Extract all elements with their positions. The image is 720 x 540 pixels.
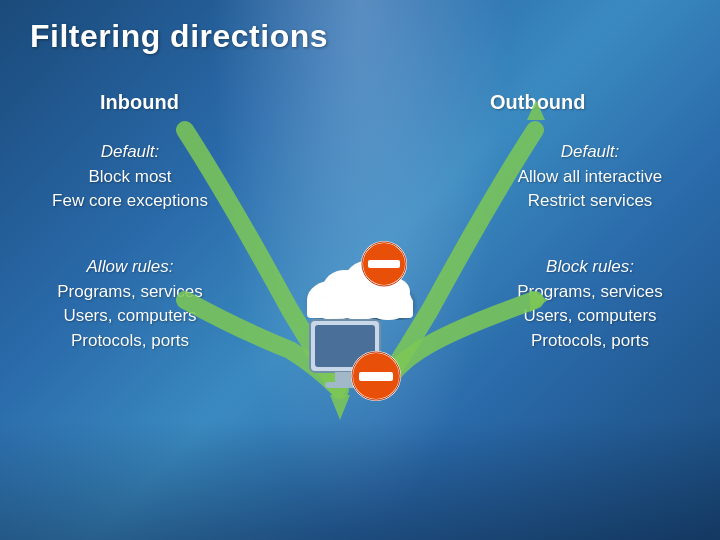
- no-entry-cloud-icon: [360, 240, 408, 288]
- svg-rect-12: [368, 260, 400, 268]
- outbound-block-block: Block rules: Programs, services Users, c…: [480, 255, 700, 354]
- outbound-default-line1: Default:: [480, 140, 700, 165]
- inbound-allow-block: Allow rules: Programs, services Users, c…: [30, 255, 230, 354]
- inbound-default-line3: Few core exceptions: [30, 189, 230, 214]
- outbound-default-line2: Allow all interactive: [480, 165, 700, 190]
- outbound-default-block: Default: Allow all interactive Restrict …: [480, 140, 700, 214]
- slide-title: Filtering directions: [30, 18, 328, 55]
- outbound-block-line1: Block rules:: [480, 255, 700, 280]
- slide-background: Filtering directions Inbound Outbound De…: [0, 0, 720, 540]
- inbound-label: Inbound: [100, 88, 179, 117]
- outbound-label: Outbound: [490, 88, 586, 117]
- inbound-default-block: Default: Block most Few core exceptions: [30, 140, 230, 214]
- outbound-default-line3: Restrict services: [480, 189, 700, 214]
- center-illustration: [280, 250, 440, 450]
- inbound-default-line2: Block most: [30, 165, 230, 190]
- inbound-allow-line4: Protocols, ports: [30, 329, 230, 354]
- outbound-block-line3: Users, computers: [480, 304, 700, 329]
- outbound-block-line4: Protocols, ports: [480, 329, 700, 354]
- inbound-allow-line2: Programs, services: [30, 280, 230, 305]
- inbound-allow-line3: Users, computers: [30, 304, 230, 329]
- inbound-default-line1: Default:: [30, 140, 230, 165]
- outbound-block-line2: Programs, services: [480, 280, 700, 305]
- no-entry-computer-icon: [350, 350, 402, 402]
- inbound-allow-line1: Allow rules:: [30, 255, 230, 280]
- svg-rect-19: [359, 372, 393, 381]
